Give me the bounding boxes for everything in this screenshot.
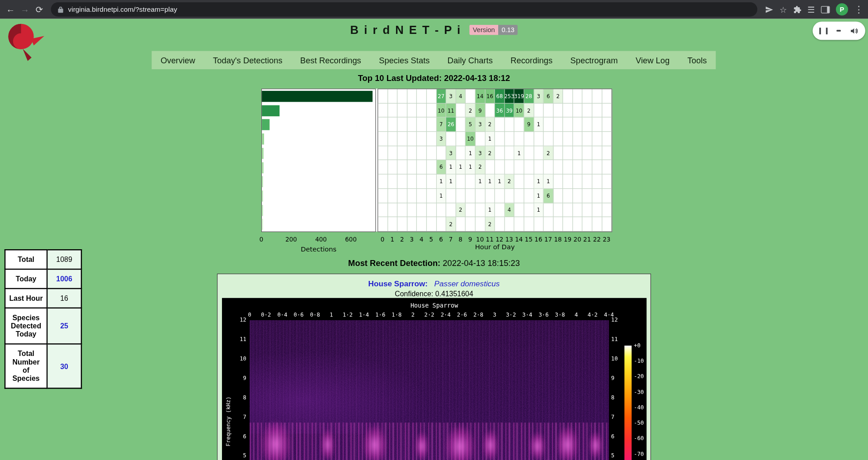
nav-item-spectrogram[interactable]: Spectrogram: [568, 55, 620, 65]
hour-tick: 9: [468, 236, 472, 243]
heatmap-cell: 2: [456, 203, 466, 217]
spectro-x-tick: 4: [575, 312, 578, 318]
heatmap-cell: [388, 118, 398, 132]
heatmap-cell: [388, 89, 398, 103]
heatmap-cell: 3: [476, 118, 486, 132]
heatmap-cell: 2: [476, 160, 486, 174]
heatmap-cell: [427, 203, 437, 217]
reading-list-icon[interactable]: ☰: [807, 5, 815, 14]
stats-value[interactable]: 25: [47, 308, 81, 344]
heatmap-cell: [544, 203, 554, 217]
nav-item-species-stats[interactable]: Species Stats: [377, 55, 432, 65]
heatmap-cell: [563, 175, 573, 189]
browser-menu-icon[interactable]: ⋮: [854, 5, 863, 14]
bookmark-star-icon[interactable]: ☆: [779, 5, 787, 14]
page-title: B i r d N E T - P i: [350, 23, 462, 36]
forward-button[interactable]: →: [18, 0, 32, 19]
heatmap-cell: [505, 118, 514, 132]
heatmap-cell: 1: [446, 175, 456, 189]
page-header: B i r d N E T - P i Version0.13: [0, 23, 868, 36]
volume-icon[interactable]: [850, 26, 859, 35]
heatmap-cell: 68: [495, 89, 505, 103]
heatmap-cell: [397, 175, 407, 189]
heatmap-cell: [417, 217, 427, 231]
heatmap-cell: [573, 146, 583, 160]
heatmap-cell: [583, 203, 593, 217]
stats-value[interactable]: 1006: [47, 269, 81, 289]
reload-button[interactable]: ⟳: [32, 0, 47, 19]
heatmap-cell: [417, 189, 427, 203]
hour-tick: 12: [495, 236, 503, 243]
detection-scientific-name[interactable]: Passer domesticus: [434, 279, 500, 288]
stats-label: Last Hour: [5, 289, 47, 308]
profile-avatar[interactable]: P: [836, 3, 848, 15]
heatmap-cell: [573, 104, 583, 118]
spectro-db-tick: -60: [634, 435, 644, 441]
nav-item-recordings[interactable]: Recordings: [508, 55, 555, 65]
heatmap-cell: [388, 217, 398, 231]
stats-value[interactable]: 30: [47, 344, 81, 388]
heatmap-cell: [378, 217, 388, 231]
heatmap-cell: [388, 160, 398, 174]
heatmap-cell: 1: [476, 175, 486, 189]
spectro-db-tick: -20: [634, 373, 644, 379]
spectro-y-tick: 11: [236, 336, 246, 342]
heatmap-cell: [583, 104, 593, 118]
spectro-x-tick: 2·8: [473, 312, 483, 318]
nav-item-best-recordings[interactable]: Best Recordings: [298, 55, 363, 65]
audio-player[interactable]: [813, 22, 865, 40]
stats-label: Species Detected Today: [5, 308, 47, 344]
side-panel-glyph: [821, 6, 830, 13]
nav-item-today-s-detections[interactable]: Today's Detections: [211, 55, 284, 65]
heatmap-cell: [446, 132, 456, 146]
most-recent-value: 2022-04-13 18:15:23: [443, 258, 520, 268]
heatmap-cell: [417, 203, 427, 217]
birdnetpi-page: B i r d N E T - P i Version0.13 Overview…: [0, 19, 868, 460]
spectro-y-tick: 11: [611, 336, 621, 342]
extensions-puzzle-icon[interactable]: [793, 5, 801, 14]
detection-card: House Sparrow: Passer domesticus Confide…: [217, 274, 651, 460]
pause-icon[interactable]: [819, 28, 827, 34]
hour-tick: 15: [525, 236, 533, 243]
heatmap-cell: 1: [437, 175, 447, 189]
heatmap-cell: 1: [466, 146, 476, 160]
heatmap-cell: [476, 217, 486, 231]
bar-tufted-titmouse: [262, 133, 264, 144]
hour-tick: 16: [534, 236, 542, 243]
heatmap-cell: [592, 132, 602, 146]
spectro-y-tick: 12: [611, 317, 621, 322]
nav-item-tools[interactable]: Tools: [685, 55, 709, 65]
heatmap-cell: [505, 146, 514, 160]
heatmap-cell: [602, 189, 612, 203]
back-icon: ←: [6, 5, 15, 14]
heatmap-cell: [407, 217, 417, 231]
nav-item-view-log[interactable]: View Log: [633, 55, 672, 65]
heatmap-cell: [553, 160, 563, 174]
heatmap-cell: [466, 189, 476, 203]
heatmap-cell: [378, 146, 388, 160]
heatmap-cell: [397, 146, 407, 160]
heatmap-cell: [427, 175, 437, 189]
spectrogram-colorbar: [624, 346, 632, 460]
heatmap-cell: 27: [437, 89, 447, 103]
side-panel-icon[interactable]: [821, 6, 830, 13]
heatmap-cell: 253: [505, 89, 514, 103]
nav-item-daily-charts[interactable]: Daily Charts: [445, 55, 495, 65]
heatmap-cell: [407, 146, 417, 160]
heatmap-cell: [485, 104, 495, 118]
hour-tick: 13: [505, 236, 513, 243]
nav-item-overview[interactable]: Overview: [158, 55, 197, 65]
heatmap-cell: [553, 189, 563, 203]
heatmap-cell: [446, 189, 456, 203]
back-button[interactable]: ←: [3, 0, 18, 19]
heatmap-cell: [397, 189, 407, 203]
address-bar[interactable]: virginia.birdnetpi.com/?stream=play: [51, 2, 757, 17]
spectro-y-tick: 12: [236, 317, 246, 322]
heatmap-cell: [417, 160, 427, 174]
heatmap-cell: [437, 217, 447, 231]
spectro-x-tick: 1·8: [392, 312, 401, 318]
send-icon[interactable]: [765, 5, 773, 14]
heatmap-cell: 7: [437, 118, 447, 132]
spectro-y-tick: 10: [236, 356, 246, 361]
detection-common-name[interactable]: House Sparrow:: [368, 279, 428, 288]
